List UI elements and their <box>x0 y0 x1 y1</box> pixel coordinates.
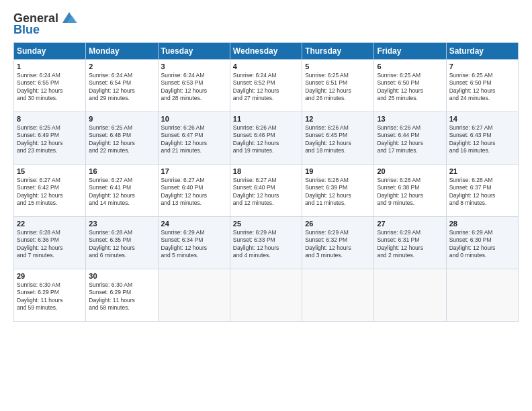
main-container: General Blue SundayMondayTuesdayWednesda… <box>0 0 532 328</box>
logo-blue: Blue <box>13 23 40 37</box>
logo: General Blue <box>13 11 79 37</box>
day-info: Sunrise: 6:26 AM Sunset: 6:47 PM Dayligh… <box>161 124 227 155</box>
day-number: 12 <box>305 115 371 123</box>
day-number: 30 <box>89 272 154 280</box>
calendar-day: 21Sunrise: 6:28 AM Sunset: 6:37 PM Dayli… <box>446 165 518 217</box>
day-number: 20 <box>377 167 443 175</box>
day-info: Sunrise: 6:26 AM Sunset: 6:45 PM Dayligh… <box>305 124 371 155</box>
calendar-day: 9Sunrise: 6:25 AM Sunset: 6:48 PM Daylig… <box>86 112 158 165</box>
logo-icon <box>60 11 79 26</box>
day-info: Sunrise: 6:25 AM Sunset: 6:50 PM Dayligh… <box>449 72 515 103</box>
day-number: 5 <box>305 62 371 71</box>
day-info: Sunrise: 6:30 AM Sunset: 6:29 PM Dayligh… <box>89 281 154 312</box>
day-info: Sunrise: 6:29 AM Sunset: 6:30 PM Dayligh… <box>449 229 515 260</box>
dow-wednesday: Wednesday <box>230 43 302 60</box>
dow-sunday: Sunday <box>14 43 86 60</box>
day-info: Sunrise: 6:25 AM Sunset: 6:51 PM Dayligh… <box>305 72 371 103</box>
calendar-week-1: 1Sunrise: 6:24 AM Sunset: 6:55 PM Daylig… <box>14 60 519 112</box>
day-info: Sunrise: 6:28 AM Sunset: 6:37 PM Dayligh… <box>449 177 515 208</box>
day-info: Sunrise: 6:24 AM Sunset: 6:55 PM Dayligh… <box>17 72 83 103</box>
calendar-day: 7Sunrise: 6:25 AM Sunset: 6:50 PM Daylig… <box>446 60 518 112</box>
calendar-day: 27Sunrise: 6:29 AM Sunset: 6:31 PM Dayli… <box>374 217 446 269</box>
calendar-day: 25Sunrise: 6:29 AM Sunset: 6:33 PM Dayli… <box>230 217 302 269</box>
day-info: Sunrise: 6:29 AM Sunset: 6:33 PM Dayligh… <box>233 229 299 260</box>
day-info: Sunrise: 6:24 AM Sunset: 6:53 PM Dayligh… <box>161 72 227 103</box>
day-info: Sunrise: 6:26 AM Sunset: 6:46 PM Dayligh… <box>233 124 299 155</box>
header: General Blue <box>13 11 519 37</box>
day-info: Sunrise: 6:29 AM Sunset: 6:32 PM Dayligh… <box>305 229 371 260</box>
day-number: 17 <box>161 167 227 175</box>
calendar-day: 11Sunrise: 6:26 AM Sunset: 6:46 PM Dayli… <box>230 112 302 165</box>
calendar-day <box>230 269 302 322</box>
calendar-day: 16Sunrise: 6:27 AM Sunset: 6:41 PM Dayli… <box>86 165 158 217</box>
calendar-week-5: 29Sunrise: 6:30 AM Sunset: 6:29 PM Dayli… <box>14 269 519 322</box>
calendar-day: 14Sunrise: 6:27 AM Sunset: 6:43 PM Dayli… <box>446 112 518 165</box>
calendar-day <box>158 269 230 322</box>
day-info: Sunrise: 6:30 AM Sunset: 6:29 PM Dayligh… <box>17 281 83 312</box>
calendar-day <box>374 269 446 322</box>
day-number: 13 <box>377 115 443 123</box>
calendar-day: 20Sunrise: 6:28 AM Sunset: 6:38 PM Dayli… <box>374 165 446 217</box>
day-number: 11 <box>233 115 299 123</box>
calendar-day: 29Sunrise: 6:30 AM Sunset: 6:29 PM Dayli… <box>14 269 86 322</box>
day-number: 9 <box>89 115 154 123</box>
day-number: 18 <box>233 167 299 175</box>
calendar-day <box>302 269 374 322</box>
day-number: 29 <box>17 272 83 280</box>
day-info: Sunrise: 6:25 AM Sunset: 6:48 PM Dayligh… <box>89 124 154 155</box>
calendar-day: 15Sunrise: 6:27 AM Sunset: 6:42 PM Dayli… <box>14 165 86 217</box>
day-number: 16 <box>89 167 154 175</box>
dow-monday: Monday <box>86 43 158 60</box>
day-info: Sunrise: 6:27 AM Sunset: 6:40 PM Dayligh… <box>161 177 227 208</box>
day-number: 14 <box>449 115 515 123</box>
calendar-table: SundayMondayTuesdayWednesdayThursdayFrid… <box>13 42 519 322</box>
calendar-body: 1Sunrise: 6:24 AM Sunset: 6:55 PM Daylig… <box>14 60 519 322</box>
calendar-day: 26Sunrise: 6:29 AM Sunset: 6:32 PM Dayli… <box>302 217 374 269</box>
day-info: Sunrise: 6:27 AM Sunset: 6:40 PM Dayligh… <box>233 177 299 208</box>
calendar-day: 18Sunrise: 6:27 AM Sunset: 6:40 PM Dayli… <box>230 165 302 217</box>
day-number: 2 <box>89 62 154 71</box>
day-info: Sunrise: 6:25 AM Sunset: 6:49 PM Dayligh… <box>17 124 83 155</box>
day-number: 15 <box>17 167 83 175</box>
day-number: 3 <box>161 62 227 71</box>
calendar-day: 17Sunrise: 6:27 AM Sunset: 6:40 PM Dayli… <box>158 165 230 217</box>
calendar-day: 3Sunrise: 6:24 AM Sunset: 6:53 PM Daylig… <box>158 60 230 112</box>
calendar-week-4: 22Sunrise: 6:28 AM Sunset: 6:36 PM Dayli… <box>14 217 519 269</box>
day-info: Sunrise: 6:28 AM Sunset: 6:35 PM Dayligh… <box>89 229 154 260</box>
day-number: 28 <box>449 220 515 228</box>
day-info: Sunrise: 6:27 AM Sunset: 6:43 PM Dayligh… <box>449 124 515 155</box>
calendar-week-2: 8Sunrise: 6:25 AM Sunset: 6:49 PM Daylig… <box>14 112 519 165</box>
day-info: Sunrise: 6:28 AM Sunset: 6:39 PM Dayligh… <box>305 177 371 208</box>
day-info: Sunrise: 6:29 AM Sunset: 6:31 PM Dayligh… <box>377 229 443 260</box>
day-info: Sunrise: 6:27 AM Sunset: 6:41 PM Dayligh… <box>89 177 154 208</box>
day-number: 22 <box>17 220 83 228</box>
calendar-day: 23Sunrise: 6:28 AM Sunset: 6:35 PM Dayli… <box>86 217 158 269</box>
day-number: 6 <box>377 62 443 71</box>
calendar-day: 22Sunrise: 6:28 AM Sunset: 6:36 PM Dayli… <box>14 217 86 269</box>
calendar-day: 2Sunrise: 6:24 AM Sunset: 6:54 PM Daylig… <box>86 60 158 112</box>
day-number: 8 <box>17 115 83 123</box>
day-info: Sunrise: 6:24 AM Sunset: 6:54 PM Dayligh… <box>89 72 154 103</box>
day-info: Sunrise: 6:25 AM Sunset: 6:50 PM Dayligh… <box>377 72 443 103</box>
dow-friday: Friday <box>374 43 446 60</box>
day-number: 26 <box>305 220 371 228</box>
dow-tuesday: Tuesday <box>158 43 230 60</box>
day-number: 24 <box>161 220 227 228</box>
day-info: Sunrise: 6:27 AM Sunset: 6:42 PM Dayligh… <box>17 177 83 208</box>
calendar-day: 24Sunrise: 6:29 AM Sunset: 6:34 PM Dayli… <box>158 217 230 269</box>
calendar-day: 1Sunrise: 6:24 AM Sunset: 6:55 PM Daylig… <box>14 60 86 112</box>
calendar-day: 19Sunrise: 6:28 AM Sunset: 6:39 PM Dayli… <box>302 165 374 217</box>
calendar-day: 30Sunrise: 6:30 AM Sunset: 6:29 PM Dayli… <box>86 269 158 322</box>
days-of-week-header: SundayMondayTuesdayWednesdayThursdayFrid… <box>14 43 519 60</box>
day-number: 1 <box>17 62 83 71</box>
day-number: 25 <box>233 220 299 228</box>
calendar-day: 6Sunrise: 6:25 AM Sunset: 6:50 PM Daylig… <box>374 60 446 112</box>
day-info: Sunrise: 6:26 AM Sunset: 6:44 PM Dayligh… <box>377 124 443 155</box>
day-info: Sunrise: 6:28 AM Sunset: 6:38 PM Dayligh… <box>377 177 443 208</box>
day-info: Sunrise: 6:29 AM Sunset: 6:34 PM Dayligh… <box>161 229 227 260</box>
calendar-day: 5Sunrise: 6:25 AM Sunset: 6:51 PM Daylig… <box>302 60 374 112</box>
day-info: Sunrise: 6:24 AM Sunset: 6:52 PM Dayligh… <box>233 72 299 103</box>
dow-thursday: Thursday <box>302 43 374 60</box>
day-info: Sunrise: 6:28 AM Sunset: 6:36 PM Dayligh… <box>17 229 83 260</box>
calendar-day: 13Sunrise: 6:26 AM Sunset: 6:44 PM Dayli… <box>374 112 446 165</box>
